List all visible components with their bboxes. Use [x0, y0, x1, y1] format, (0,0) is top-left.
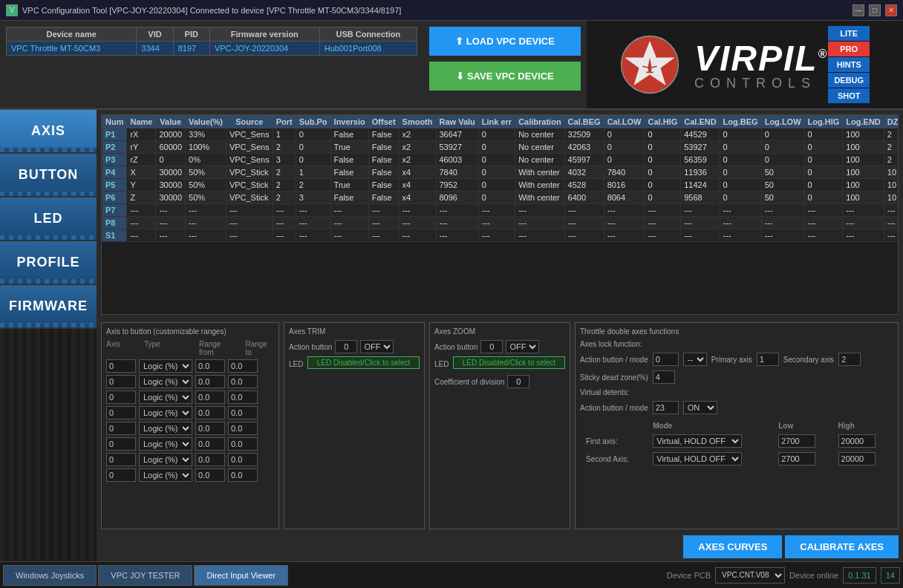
- range-to-input[interactable]: [228, 437, 258, 451]
- close-button[interactable]: ✕: [885, 4, 897, 16]
- axis-input[interactable]: [106, 422, 136, 435]
- range-to-input[interactable]: [228, 422, 258, 435]
- footer-tab-windows-joysticks[interactable]: Windows Joysticks: [3, 565, 97, 586]
- nav-button[interactable]: BUTTON: [0, 154, 97, 197]
- axes-cell: 8064: [604, 192, 645, 204]
- range-to-input[interactable]: [228, 453, 258, 466]
- sticky-dead-input[interactable]: [653, 370, 675, 384]
- axes-table-row[interactable]: P5Y3000050%VPC_Stick22TrueFalsex479520Wi…: [102, 179, 899, 192]
- header: Device nameVIDPIDFirmware versionUSB Con…: [0, 21, 903, 110]
- second-axis-high-input[interactable]: [838, 452, 876, 466]
- range-to-input[interactable]: [228, 391, 258, 404]
- axis-type-select[interactable]: Logic (%): [139, 375, 192, 388]
- nav-firmware[interactable]: FIRMWARE: [0, 285, 97, 329]
- footer-tab-direct-input-viewer[interactable]: Direct Input Viewer: [194, 565, 288, 586]
- axis-input[interactable]: [106, 406, 136, 419]
- axis-type-select[interactable]: Logic (%): [139, 437, 192, 451]
- footer-tab-vpc-joy-tester[interactable]: VPC JOY TESTER: [98, 565, 192, 586]
- range-from-input[interactable]: [195, 406, 225, 419]
- zoom-led-button[interactable]: LED Disabled/Click to select: [453, 356, 565, 369]
- axis-type-select[interactable]: Logic (%): [139, 422, 192, 435]
- axis-input[interactable]: [106, 453, 136, 466]
- axis-type-select[interactable]: Logic (%): [139, 453, 192, 466]
- maximize-button[interactable]: □: [869, 4, 881, 16]
- axis-type-select[interactable]: Logic (%): [139, 359, 192, 373]
- axes-table-wrapper[interactable]: NumNameValueValue(%)SourcePortSub.PoInve…: [102, 115, 898, 308]
- axes-cell: ---: [884, 204, 898, 217]
- range-from-input[interactable]: [195, 359, 225, 373]
- device-pcb-select[interactable]: VPC.CNT.V08: [715, 567, 785, 584]
- nav-axis[interactable]: AXIS: [0, 110, 97, 154]
- axes-curves-button[interactable]: AXES CURVES: [683, 535, 782, 558]
- minimize-button[interactable]: —: [853, 4, 864, 16]
- axes-cell: ---: [330, 229, 368, 242]
- hints-button[interactable]: HINTS: [828, 57, 870, 72]
- axes-table-row[interactable]: P6Z3000050%VPC_Stick23FalseFalsex480960W…: [102, 192, 899, 204]
- range-to-input[interactable]: [228, 359, 258, 373]
- axes-cell: ---: [804, 217, 843, 229]
- range-from-input[interactable]: [195, 437, 225, 451]
- axes-cell: 44529: [681, 128, 720, 141]
- range-from-input[interactable]: [195, 468, 225, 482]
- lite-button[interactable]: LITE: [828, 26, 870, 41]
- throttle-action-mode-input[interactable]: [653, 353, 679, 366]
- axes-table-row[interactable]: P8--------------------------------------…: [102, 217, 899, 229]
- axis-input[interactable]: [106, 437, 136, 451]
- pro-button[interactable]: PRO: [828, 42, 870, 56]
- axes-table-row[interactable]: P4X3000050%VPC_Stick21FalseFalsex478400W…: [102, 166, 899, 179]
- axes-cell: rX: [127, 128, 156, 141]
- primary-axis-input[interactable]: [757, 353, 779, 366]
- axis-type-select[interactable]: Logic (%): [139, 391, 192, 404]
- trim-led-button[interactable]: LED Disabled/Click to select: [307, 356, 420, 369]
- axis-input[interactable]: [106, 391, 136, 404]
- first-axis-high-input[interactable]: [838, 434, 876, 448]
- zoom-coeff-input[interactable]: [507, 375, 529, 388]
- second-axis-mode-select[interactable]: Virtual, HOLD OFF: [653, 452, 742, 466]
- shot-button[interactable]: SHOT: [828, 88, 870, 103]
- first-axis-mode-cell: Virtual, HOLD OFF: [648, 433, 772, 449]
- secondary-axis-input[interactable]: [838, 353, 861, 366]
- axes-table-row[interactable]: P7--------------------------------------…: [102, 204, 899, 217]
- calibrate-axes-button[interactable]: CALIBRATE AXES: [785, 535, 899, 558]
- axis-input[interactable]: [106, 468, 136, 482]
- axes-cell: False: [368, 179, 399, 192]
- detent-col-low: Low: [774, 420, 832, 431]
- axes-cell: 0: [604, 141, 645, 154]
- zoom-onoff-select[interactable]: OFF ON: [506, 340, 539, 353]
- first-axis-low-input[interactable]: [778, 434, 815, 448]
- throttle-action-mode-select[interactable]: --: [683, 353, 707, 366]
- range-to-input[interactable]: [228, 375, 258, 388]
- axes-table-row[interactable]: P1rX2000033%VPC_Sens10FalseFalsex2366470…: [102, 128, 899, 141]
- range-from-input[interactable]: [195, 453, 225, 466]
- nav-profile[interactable]: PROFILE: [0, 241, 97, 285]
- load-vpc-device-button[interactable]: ⬆ LOAD VPC DEVICE: [429, 27, 581, 56]
- second-axis-low-input[interactable]: [778, 452, 815, 466]
- axes-cell: x2: [399, 128, 436, 141]
- axes-cell: ---: [564, 229, 604, 242]
- axes-table-row[interactable]: S1--------------------------------------…: [102, 229, 899, 242]
- range-to-input[interactable]: [228, 406, 258, 419]
- save-vpc-device-button[interactable]: ⬇ SAVE VPC DEVICE: [429, 62, 581, 91]
- axes-table-row[interactable]: P3rZ00%VPC_Sens30FalseFalsex2460030No ce…: [102, 154, 899, 166]
- axes-table-row[interactable]: P2rY60000100%VPC_Sens20TrueFalsex2539270…: [102, 141, 899, 154]
- axes-cell: Z: [127, 192, 156, 204]
- trim-onoff-select[interactable]: OFF ON: [360, 340, 394, 353]
- first-axis-mode-select[interactable]: Virtual, HOLD OFF: [653, 434, 742, 448]
- axes-cell: ---: [273, 217, 296, 229]
- range-from-input[interactable]: [195, 391, 225, 404]
- trim-action-input[interactable]: [335, 340, 357, 353]
- vd-onoff-select[interactable]: ON OFF: [683, 401, 717, 414]
- debug-button[interactable]: DEBUG: [828, 73, 870, 88]
- axes-table-container[interactable]: NumNameValueValue(%)SourcePortSub.PoInve…: [101, 114, 899, 315]
- nav-led[interactable]: LED: [0, 197, 97, 241]
- range-to-input[interactable]: [228, 468, 258, 482]
- axis-type-select[interactable]: Logic (%): [139, 468, 192, 482]
- range-from-input[interactable]: [195, 375, 225, 388]
- vd-action-mode-input[interactable]: [653, 401, 679, 414]
- axes-col-loglow: Log.LOW: [761, 116, 804, 128]
- range-from-input[interactable]: [195, 422, 225, 435]
- axis-input[interactable]: [106, 359, 136, 373]
- zoom-action-input[interactable]: [480, 340, 503, 353]
- axis-input[interactable]: [106, 375, 136, 388]
- axis-type-select[interactable]: Logic (%): [139, 406, 192, 419]
